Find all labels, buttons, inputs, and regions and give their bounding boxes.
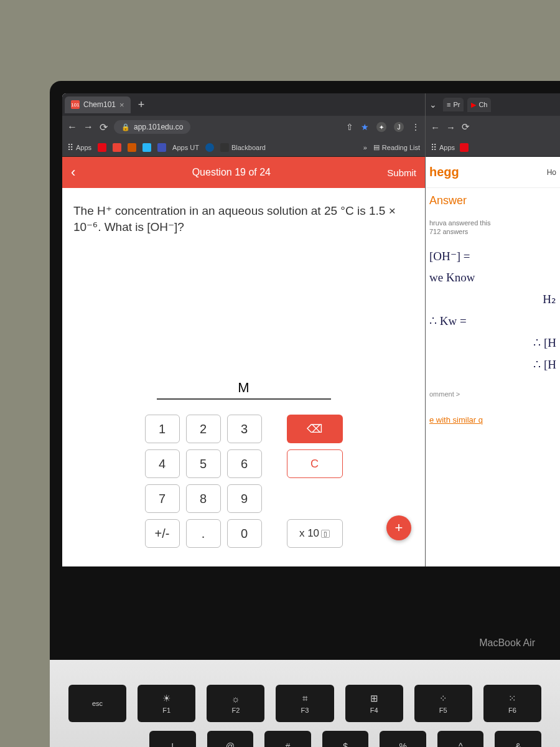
key-0[interactable]: 0 (227, 519, 262, 548)
key-plusminus[interactable]: +/- (145, 519, 180, 548)
close-icon[interactable]: × (119, 100, 124, 110)
answer-input[interactable]: M (157, 380, 331, 400)
x10-label: x 10 (299, 527, 319, 540)
key-dot[interactable]: . (186, 519, 221, 548)
hw-numkey-0: ! (149, 731, 196, 747)
list-icon: ≡ (447, 101, 450, 108)
right-forward-button[interactable]: → (446, 122, 455, 133)
key-4[interactable]: 4 (145, 449, 180, 478)
right-back-button[interactable]: ← (431, 122, 440, 133)
tab-ch-label: Ch (478, 101, 487, 108)
bookmark-o[interactable] (205, 143, 214, 152)
chegg-body: Answer hruva answered this 712 answers [… (426, 188, 560, 431)
x10-button[interactable]: x 10▯ (287, 519, 343, 548)
back-button[interactable]: ← (67, 121, 77, 133)
right-apps-shortcut[interactable]: Apps (431, 143, 455, 153)
netflix-icon (98, 143, 106, 152)
tab-favicon: 101 (71, 100, 80, 109)
clear-button[interactable]: C (287, 449, 343, 478)
keypad: 1 2 3 4 5 6 7 8 9 +/- . (145, 415, 262, 548)
hw-key-f3: ⌗F3 (276, 685, 334, 722)
apps-label: Apps (76, 144, 91, 151)
hw-numkey-2: # (264, 731, 311, 747)
bookmark-overflow[interactable]: » (363, 144, 367, 151)
tab-pr-label: Pr (453, 101, 460, 108)
gmail-icon (113, 143, 121, 152)
reading-list[interactable]: ▤Reading List (373, 143, 420, 151)
question-text: The H⁺ concentration in an aqueous solut… (73, 203, 414, 235)
hand-line-1: [OH⁻] = (429, 249, 556, 263)
url-field[interactable]: 🔒 app.101edu.co (114, 120, 190, 134)
hand-line-3: H₂ (429, 292, 556, 306)
o-icon (205, 143, 214, 152)
youtube-icon: ▶ (471, 101, 476, 109)
hw-numkey-4: % (380, 731, 426, 747)
right-tab-strip: ⌄ ≡Pr ▶Ch (426, 93, 560, 116)
extension-icon-2[interactable]: J (394, 122, 404, 132)
chegg-logo[interactable]: hegg (429, 165, 459, 179)
hand-line-2: we Know (429, 271, 556, 284)
share-icon[interactable]: ⇧ (346, 122, 353, 132)
bookmark-ext[interactable] (142, 143, 151, 152)
apps-ut-label: Apps UT (172, 144, 199, 151)
question-counter: Question 19 of 24 (75, 167, 387, 178)
question-content: The H⁺ concentration in an aqueous solut… (62, 188, 425, 566)
tab-pr[interactable]: ≡Pr (443, 98, 464, 111)
blackboard-icon (220, 143, 229, 152)
apps-shortcut[interactable]: Apps (67, 143, 91, 153)
reload-button[interactable]: ⟳ (100, 121, 108, 133)
bookmark-e[interactable] (157, 143, 166, 152)
bookmark-apps-ut[interactable]: Apps UT (172, 144, 199, 151)
grid-icon (431, 143, 437, 153)
extension-icon-1[interactable]: ✦ (376, 122, 386, 132)
hw-key-f6: ⁙F6 (483, 685, 541, 722)
answer-meta: hruva answered this 712 answers (429, 218, 556, 237)
bookmark-blackboard[interactable]: Blackboard (220, 143, 266, 152)
new-tab-button[interactable]: + (133, 98, 150, 111)
bookmark-star-icon[interactable]: ★ (361, 122, 369, 132)
bookmark-n[interactable] (98, 143, 106, 152)
chegg-home-link[interactable]: Ho (547, 168, 556, 177)
bookmark-t[interactable] (128, 143, 136, 152)
key-7[interactable]: 7 (145, 484, 180, 513)
bookmark-m[interactable] (113, 143, 121, 152)
hw-numkey-1: @ (207, 731, 254, 747)
chegg-header: hegg Ho (426, 157, 560, 188)
right-bookmarks-bar: Apps (426, 138, 560, 157)
list-icon: ▤ (373, 143, 380, 151)
backspace-button[interactable]: ⌫ (287, 415, 343, 443)
key-1[interactable]: 1 (145, 415, 180, 443)
key-5[interactable]: 5 (186, 449, 221, 478)
fab-add-button[interactable]: + (386, 515, 411, 540)
right-address-bar: ← → ⟳ (426, 116, 560, 138)
hw-key-f4: ⊞F4 (345, 685, 403, 722)
url-text: app.101edu.co (134, 123, 183, 131)
similar-link[interactable]: e with similar q (429, 415, 556, 425)
hw-key-esc: esc (68, 685, 126, 722)
grid-icon (67, 143, 73, 153)
key-8[interactable]: 8 (186, 484, 221, 513)
comment-link[interactable]: omment > (429, 390, 556, 398)
ext-icon (142, 143, 151, 152)
address-bar: ← → ⟳ 🔒 app.101edu.co ⇧ ★ ✦ J ⋮ (62, 116, 425, 138)
forward-button[interactable]: → (83, 121, 93, 133)
key-6[interactable]: 6 (227, 449, 262, 478)
tab-dropdown-icon[interactable]: ⌄ (429, 100, 437, 110)
answer-area: M 1 2 3 4 5 6 7 8 9 (73, 380, 414, 560)
right-bookmark-n[interactable] (460, 143, 469, 152)
lock-icon: 🔒 (121, 123, 130, 131)
tab-chem101[interactable]: 101 Chem101 × (65, 96, 131, 113)
hw-key-f2: ☼F2 (207, 685, 264, 722)
key-2[interactable]: 2 (186, 415, 221, 443)
menu-icon[interactable]: ⋮ (411, 122, 420, 132)
right-reload-button[interactable]: ⟳ (462, 121, 470, 133)
hand-line-4: ∴ Kw = (429, 314, 556, 328)
key-9[interactable]: 9 (227, 484, 262, 513)
hand-line-5: ∴ [H (429, 336, 556, 350)
app-back-button[interactable]: ‹ (71, 164, 75, 181)
key-3[interactable]: 3 (227, 415, 262, 443)
hw-numkey-5: ^ (437, 731, 484, 747)
submit-button[interactable]: Submit (387, 167, 416, 178)
hand-line-6: ∴ [H (429, 357, 556, 372)
tab-ch[interactable]: ▶Ch (467, 98, 491, 112)
